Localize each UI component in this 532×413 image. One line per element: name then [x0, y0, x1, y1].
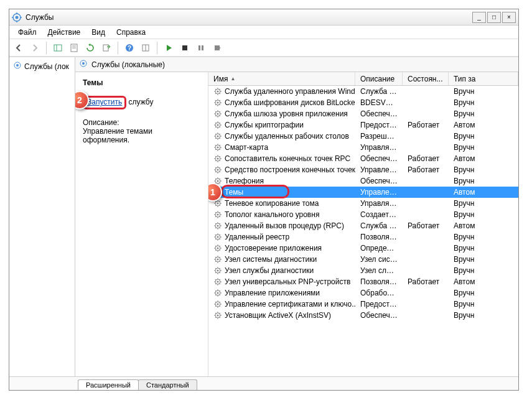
menu-view[interactable]: Вид [86, 27, 110, 38]
column-description[interactable]: Описание [355, 72, 403, 85]
cell-name: Служба шифрования дисков BitLocker [208, 98, 355, 107]
service-row[interactable]: Служба шифрования дисков BitLockerBDESVC… [208, 97, 518, 108]
svg-line-230 [215, 313, 217, 314]
service-row[interactable]: Средство построения конечных точек...Упр… [208, 164, 518, 175]
cell-description: Служба R... [355, 221, 403, 230]
svg-point-195 [217, 281, 219, 283]
menu-action[interactable]: Действие [43, 27, 86, 38]
svg-line-173 [220, 246, 221, 247]
help-button[interactable]: ? [123, 41, 136, 55]
action-button[interactable] [139, 41, 152, 55]
minimize-button[interactable]: _ [472, 12, 486, 23]
service-row[interactable]: Управление приложениямиОбработк...Вручн [208, 287, 518, 299]
pause-service-button[interactable] [194, 41, 208, 55]
svg-line-142 [215, 216, 217, 218]
service-row[interactable]: Смарт-картаУправляет...Вручн [208, 142, 518, 153]
svg-line-63 [220, 123, 221, 124]
cell-name: Узел службы диагностики [208, 266, 355, 275]
service-row[interactable]: Удостоверение приложенияОпределя...Вручн [208, 243, 518, 254]
list-header: Имя ▲ Описание Состоян... Тип за [208, 72, 518, 86]
description-text: Управление темами оформления. [83, 127, 200, 144]
service-row[interactable]: Служба шлюза уровня приложенияОбеспечи..… [208, 108, 518, 119]
list-body[interactable]: Служба удаленного управления Wind...Служ… [208, 86, 518, 376]
services-window: Службы _ □ × Файл Действие Вид Справка ?… [9, 9, 519, 391]
service-row[interactable]: Узел универсальных PNP-устройствПозволяе… [208, 276, 518, 287]
svg-point-65 [217, 136, 219, 137]
cell-description: Обеспечи... [355, 311, 403, 320]
service-row[interactable]: Сопоставитель конечных точек RPCОбеспечи… [208, 153, 518, 164]
start-service-link[interactable]: Запустить [83, 96, 126, 109]
svg-line-101 [220, 172, 221, 173]
service-row[interactable]: Служба удаленного управления Wind...Служ… [208, 86, 518, 97]
column-state[interactable]: Состоян... [403, 72, 449, 85]
cell-type: Автом [449, 188, 518, 197]
description-label: Описание: [83, 118, 200, 127]
svg-rect-6 [54, 45, 62, 51]
cell-description: Определя... [355, 244, 403, 253]
svg-line-62 [215, 127, 217, 128]
cell-type: Вручн [449, 165, 518, 174]
start-service-button[interactable] [162, 41, 175, 55]
separator [46, 42, 47, 54]
service-row[interactable]: ТемыУправлен...Автом [208, 187, 518, 198]
svg-line-111 [220, 183, 221, 184]
cell-description: Узел сист... [355, 255, 403, 264]
show-hide-tree-button[interactable] [51, 41, 65, 55]
svg-line-160 [215, 234, 217, 236]
service-row[interactable]: Управление сертификатами и ключо...Предо… [208, 299, 518, 310]
window-title: Службы [26, 13, 471, 22]
gear-icon [213, 132, 222, 141]
close-button[interactable]: × [502, 12, 516, 23]
gear-icon [213, 221, 222, 230]
cell-name: Служба шлюза уровня приложения [208, 109, 355, 118]
service-row[interactable]: Удаленный вызов процедур (RPC)Служба R..… [208, 220, 518, 231]
svg-line-133 [220, 201, 221, 202]
service-row[interactable]: Удаленный реестрПозволяе...Вручн [208, 231, 518, 243]
svg-line-201 [220, 284, 221, 285]
service-row[interactable]: ТелефонияОбеспечи...Вручн [208, 175, 518, 187]
service-row[interactable]: Службы удаленных рабочих столовРазрешае.… [208, 131, 518, 142]
svg-line-50 [215, 111, 217, 113]
cell-type: Вручн [449, 289, 518, 297]
column-name[interactable]: Имя ▲ [208, 72, 355, 85]
service-row[interactable]: Узел системы диагностикиУзел сист...Вруч… [208, 254, 518, 265]
svg-line-191 [220, 272, 221, 274]
refresh-button[interactable] [83, 41, 97, 55]
tree-root[interactable]: Службы (лок [11, 60, 73, 73]
cell-state: Работает [403, 154, 449, 163]
column-startup-type[interactable]: Тип за [449, 72, 518, 85]
svg-line-60 [215, 123, 217, 124]
tab-extended[interactable]: Расширенный [78, 379, 139, 390]
back-button[interactable] [12, 41, 26, 55]
titlebar[interactable]: Службы _ □ × [9, 9, 518, 26]
svg-line-180 [215, 257, 217, 258]
svg-line-192 [215, 272, 217, 274]
service-row[interactable]: Тополог канального уровняСоздает к...Вру… [208, 209, 518, 220]
forward-button[interactable] [28, 41, 42, 55]
cell-state: Работает [403, 121, 449, 129]
stop-service-button[interactable] [178, 41, 192, 55]
gear-icon [213, 289, 222, 297]
maximize-button[interactable]: □ [487, 12, 501, 23]
menu-file[interactable]: Файл [13, 27, 42, 38]
svg-line-163 [220, 234, 221, 236]
cell-name: Тополог канального уровня [208, 210, 355, 219]
svg-line-110 [215, 179, 217, 180]
properties-button[interactable] [67, 41, 81, 55]
svg-rect-18 [202, 45, 203, 50]
svg-point-125 [217, 203, 219, 205]
toolbar: ? [9, 39, 518, 57]
gear-icon [213, 266, 222, 275]
svg-point-165 [217, 248, 219, 249]
tab-standard[interactable]: Стандартный [138, 379, 197, 390]
cell-description: Позволяе... [355, 277, 403, 286]
service-row[interactable]: Теневое копирование томаУправляет...Вруч… [208, 198, 518, 209]
menu-help[interactable]: Справка [111, 27, 151, 38]
restart-service-button[interactable] [210, 41, 224, 55]
service-row[interactable]: Установщик ActiveX (AxInstSV)Обеспечи...… [208, 310, 518, 321]
svg-line-172 [215, 250, 217, 251]
service-row[interactable]: Службы криптографииПредоста...РаботаетАв… [208, 119, 518, 131]
export-button[interactable] [100, 41, 113, 55]
tree-root-label: Службы (лок [24, 62, 69, 71]
service-row[interactable]: Узел службы диагностикиУзел служ...Вручн [208, 265, 518, 276]
